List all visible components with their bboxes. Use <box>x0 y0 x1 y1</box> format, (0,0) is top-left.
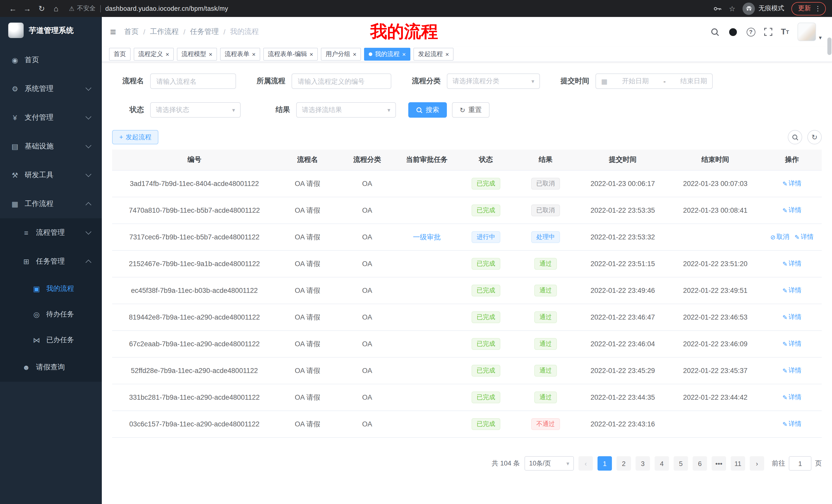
detail-action-button[interactable]: ✎详情 <box>782 206 801 215</box>
breadcrumb-task-manage[interactable]: 任务管理 <box>190 27 219 36</box>
detail-action-button[interactable]: ✎详情 <box>782 259 801 268</box>
browser-update-button[interactable]: 更新 ⋮ <box>791 2 826 15</box>
sidebar-item-payment-manage[interactable]: ¥支付管理 <box>0 103 102 132</box>
status-badge: 已完成 <box>471 178 500 190</box>
submit-time-range-picker[interactable]: ▦ 开始日期 - 结束日期 <box>595 74 713 89</box>
tab-home[interactable]: 首页 <box>109 48 131 61</box>
result-select[interactable]: 请选择流结果 ▾ <box>296 102 396 118</box>
close-tab-icon[interactable]: × <box>445 51 449 57</box>
sidebar-item-system-manage[interactable]: ⚙系统管理 <box>0 75 102 103</box>
process-name-input[interactable] <box>150 74 236 89</box>
process-name-cell: OA 请假 <box>277 224 338 250</box>
close-tab-icon[interactable]: × <box>252 51 256 57</box>
tab-process-model[interactable]: 流程模型× <box>177 48 217 61</box>
address-bar[interactable]: ⚠ 不安全 dashboard.yudao.iocoder.cn/bpm/tas… <box>69 4 707 13</box>
user-menu[interactable]: ▾ <box>798 23 822 41</box>
close-tab-icon[interactable]: × <box>310 51 313 57</box>
help-icon[interactable]: ? <box>746 27 755 36</box>
browser-back-button[interactable]: ← <box>6 4 20 13</box>
scrollbar-thumb[interactable] <box>827 37 831 55</box>
category-select[interactable]: 请选择流程分类 ▾ <box>447 74 540 89</box>
close-tab-icon[interactable]: × <box>165 51 169 57</box>
status-cell: 已完成 <box>458 197 514 224</box>
tab-process-form[interactable]: 流程表单× <box>220 48 260 61</box>
filter-category: 流程分类 请选择流程分类 ▾ <box>404 74 540 89</box>
detail-action-button[interactable]: ✎详情 <box>782 366 801 375</box>
cancel-action-button[interactable]: ⊘取消 <box>770 233 789 242</box>
fullscreen-icon[interactable] <box>764 28 772 36</box>
tab-label: 首页 <box>114 50 126 59</box>
github-icon[interactable] <box>728 27 738 37</box>
search-icon[interactable] <box>710 27 719 36</box>
page-button-5[interactable]: 5 <box>674 456 688 471</box>
browser-forward-button[interactable]: → <box>21 4 34 13</box>
sidebar-item-todo-task[interactable]: ◎待办任务 <box>0 302 102 327</box>
start-process-button[interactable]: + 发起流程 <box>112 130 159 144</box>
table-row: 52ffd28e-7b9a-11ec-a290-acde48001122OA 请… <box>112 357 822 384</box>
page-button-3[interactable]: 3 <box>635 456 650 471</box>
detail-action-button[interactable]: ✎详情 <box>782 313 801 321</box>
detail-action-button[interactable]: ✎详情 <box>782 179 801 188</box>
sidebar-item-dev-tools[interactable]: ⚒研发工具 <box>0 161 102 190</box>
process-def-input[interactable] <box>291 74 391 89</box>
key-icon[interactable] <box>713 4 722 12</box>
page-button-6[interactable]: 6 <box>693 456 707 471</box>
sidebar-item-task-manage[interactable]: ⊞任务管理 <box>0 247 102 276</box>
tab-start-process[interactable]: 发起流程× <box>413 48 453 61</box>
next-page-button[interactable]: › <box>750 456 764 471</box>
current-task-cell <box>396 384 458 411</box>
sidebar-item-label: 支付管理 <box>25 113 53 122</box>
breadcrumb-home[interactable]: 首页 <box>124 27 138 36</box>
breadcrumb-workflow[interactable]: 工作流程 <box>150 27 179 36</box>
close-tab-icon[interactable]: × <box>209 51 212 57</box>
url-text: dashboard.yudao.iocoder.cn/bpm/task/my <box>105 5 228 12</box>
chevron-down-icon <box>86 171 92 177</box>
filter-form: 流程名 所属流程 流程分类 请选择流程分类 ▾ <box>112 74 822 118</box>
app-logo-area[interactable]: 芋道管理系统 <box>0 17 102 44</box>
bookmark-star-icon[interactable]: ☆ <box>729 4 735 12</box>
close-tab-icon[interactable]: × <box>402 51 406 57</box>
detail-action-button[interactable]: ✎详情 <box>782 340 801 348</box>
tags-view-bar: 首页流程定义×流程模型×流程表单×流程表单-编辑×用户分组×我的流程×发起流程× <box>102 47 832 62</box>
search-button[interactable]: 搜索 <box>408 102 447 118</box>
detail-action-button[interactable]: ✎详情 <box>782 420 801 428</box>
more-pages-button[interactable]: ••• <box>712 456 726 471</box>
tab-process-form-edit[interactable]: 流程表单-编辑× <box>263 48 318 61</box>
detail-action-button[interactable]: ✎详情 <box>795 233 813 242</box>
kebab-menu-icon[interactable]: ⋮ <box>814 5 821 12</box>
font-size-icon[interactable]: TT <box>781 27 789 36</box>
detail-action-button[interactable]: ✎详情 <box>782 393 801 402</box>
status-select[interactable]: 请选择状态 ▾ <box>150 102 241 118</box>
close-tab-icon[interactable]: × <box>353 51 356 57</box>
page-button-11[interactable]: 11 <box>731 456 745 471</box>
hamburger-menu-icon[interactable]: ≡ <box>110 26 116 38</box>
sidebar-item-process-manage[interactable]: ≡流程管理 <box>0 218 102 247</box>
toggle-search-button[interactable] <box>788 130 802 144</box>
detail-action-button[interactable]: ✎详情 <box>782 286 801 295</box>
sidebar-item-done-task[interactable]: ⋈已办任务 <box>0 327 102 353</box>
current-task-link[interactable]: 一级审批 <box>413 233 441 241</box>
sidebar-item-my-process[interactable]: ▣我的流程 <box>0 276 102 302</box>
tab-process-definition[interactable]: 流程定义× <box>134 48 174 61</box>
reset-button[interactable]: ↻ 重置 <box>452 102 490 118</box>
goto-page-input[interactable] <box>789 456 811 471</box>
prev-page-button[interactable]: ‹ <box>578 456 593 471</box>
calendar-icon: ▦ <box>601 77 607 85</box>
category-cell: OA <box>338 224 396 250</box>
sidebar-item-infrastructure[interactable]: ▤基础设施 <box>0 132 102 161</box>
sidebar-item-home[interactable]: ◉首页 <box>0 46 102 75</box>
result-badge: 通过 <box>534 311 557 323</box>
page-button-4[interactable]: 4 <box>655 456 669 471</box>
page-button-1[interactable]: 1 <box>598 456 612 471</box>
page-button-2[interactable]: 2 <box>617 456 631 471</box>
sidebar-item-workflow[interactable]: ▦工作流程 <box>0 190 102 218</box>
refresh-table-button[interactable]: ↻ <box>807 130 822 144</box>
sidebar-item-leave-query[interactable]: ☻请假查询 <box>0 353 102 382</box>
tab-user-group[interactable]: 用户分组× <box>321 48 361 61</box>
page-size-select[interactable]: 10条/页 ▾ <box>524 456 574 471</box>
browser-reload-button[interactable]: ↻ <box>35 4 48 13</box>
result-placeholder: 请选择流结果 <box>302 105 342 115</box>
tab-my-process[interactable]: 我的流程× <box>364 48 410 61</box>
process-id-cell: 819442e8-7b9a-11ec-a290-acde48001122 <box>112 304 277 331</box>
browser-home-button[interactable]: ⌂ <box>49 4 63 13</box>
